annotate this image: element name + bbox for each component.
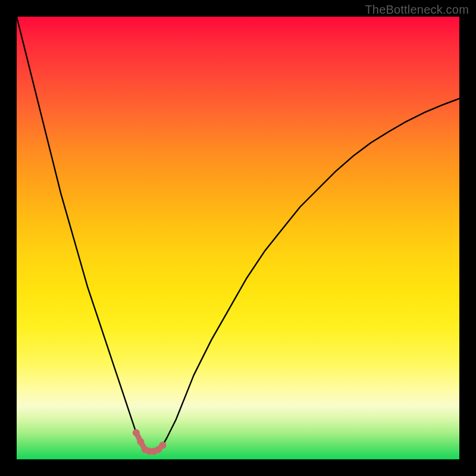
- bottleneck-curve-svg: [17, 17, 459, 459]
- bottleneck-curve-path: [17, 17, 459, 452]
- watermark-text: TheBottleneck.com: [365, 3, 469, 17]
- min-region-marker-dot: [159, 441, 167, 449]
- min-region-marker-dot: [133, 429, 140, 436]
- chart-frame: TheBottleneck.com: [0, 0, 476, 476]
- min-region-marker-dot: [137, 438, 144, 445]
- plot-area: [17, 17, 459, 459]
- min-region-marker-dots: [133, 429, 167, 455]
